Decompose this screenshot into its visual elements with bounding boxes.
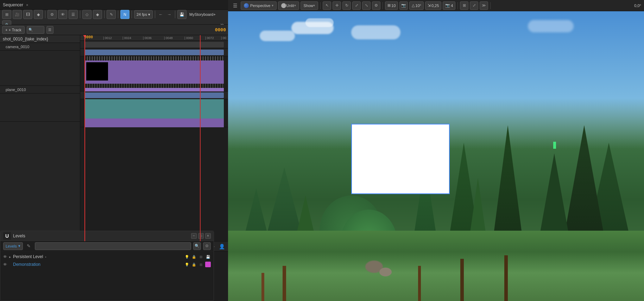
cloud-3: [260, 31, 295, 41]
vp-maximize-btn[interactable]: ⤡: [362, 1, 371, 10]
cloud-2: [305, 18, 334, 27]
vp-snap-angle-btn[interactable]: △ 10°: [409, 1, 424, 10]
toolbar-nav-back[interactable]: ←: [157, 10, 164, 19]
level-lock-icon-persistent[interactable]: 🔒: [191, 254, 197, 260]
rock-2: [379, 268, 392, 276]
vp-cursor-btn[interactable]: ↖: [323, 1, 331, 10]
levels-maximize-btn[interactable]: □: [198, 233, 204, 239]
level-light-icon-persistent[interactable]: 💡: [184, 254, 190, 260]
toolbar-sep2: [80, 11, 80, 18]
trunk-1: [261, 273, 264, 301]
vp-layout-btn[interactable]: ⊞: [460, 1, 468, 10]
plane-teal-block[interactable]: [84, 99, 224, 119]
show-arrow: ▾: [313, 4, 315, 7]
viewport-canvas[interactable]: [228, 11, 644, 301]
trunk-center-2: [460, 259, 464, 301]
viewport-menu-btn[interactable]: ☰: [231, 1, 239, 10]
vp-grid-size-btn[interactable]: ⊞ 10: [385, 1, 398, 10]
camera-filmstrip-area[interactable]: [80, 56, 228, 91]
shot-bar[interactable]: [84, 42, 224, 47]
toolbar-grid-btn[interactable]: ⊞: [2, 10, 11, 19]
level-light-icon-demonstration[interactable]: 💡: [184, 262, 190, 267]
add-track-button[interactable]: + + Track: [2, 26, 25, 34]
trunk-2: [283, 266, 286, 301]
level-eye-icon-demonstration[interactable]: 👁: [3, 262, 7, 267]
vp-camera-icon-btn[interactable]: 📷: [399, 1, 408, 10]
perspective-btn[interactable]: Perspective ▾: [241, 1, 277, 10]
vp-right-section: 0,0°: [634, 4, 641, 8]
playhead-top: [83, 35, 87, 38]
lighting-arrow: ▾: [294, 4, 296, 7]
toolbar-sep1: [45, 11, 45, 18]
level-arrow-persistent: ▸: [9, 255, 11, 259]
track-filter-btn[interactable]: ☰: [46, 26, 53, 34]
vp-expand-btn[interactable]: ⤢: [470, 1, 478, 10]
level-item-persistent[interactable]: 👁 ▸ Persistent Level • 💡 🔒 ⊞ 💾: [0, 253, 214, 261]
levels-search-btn[interactable]: 🔍: [193, 242, 201, 250]
level-actions-persistent: 💡 🔒 ⊞ 💾: [184, 254, 211, 260]
scale-icon: ⇲: [428, 3, 431, 8]
plane-teal-area[interactable]: [80, 99, 228, 127]
levels-toolbar: Levels ▾ ✎ 🔍 ⚙: [0, 241, 214, 251]
toolbar-sep4: [118, 11, 118, 18]
sequencer-toolbar: ⊞ 🎥 🎞 ◆ ⚙ 👁 ☰ ◇ ◆ ✎ N 24 fps ▾ ← → 💾 MyS…: [0, 10, 228, 25]
toolbar-visibility2-btn[interactable]: ☰: [69, 10, 78, 19]
level-lock-icon-demonstration[interactable]: 🔒: [191, 262, 197, 267]
boards-person-btn[interactable]: 👤: [218, 243, 225, 250]
level-save-icon-persistent[interactable]: 💾: [205, 254, 211, 260]
toolbar-transform-btn[interactable]: ◆: [93, 10, 102, 19]
level-eye-icon-persistent[interactable]: 👁: [3, 255, 7, 259]
toolbar-film-btn[interactable]: 🎞: [23, 10, 32, 19]
toolbar-paint-btn[interactable]: ✎: [107, 10, 116, 19]
levels-dropdown[interactable]: Levels ▾: [3, 242, 23, 250]
vp-rotate-btn[interactable]: ↻: [342, 1, 351, 10]
white-rect-plane: [351, 124, 450, 194]
levels-close-btn[interactable]: ×: [205, 233, 211, 239]
levels-search-input[interactable]: [35, 242, 191, 250]
search-icon: 🔍: [29, 28, 33, 32]
toolbar-keyframe-btn[interactable]: ◆: [34, 10, 43, 19]
toolbar-nav-fwd[interactable]: →: [166, 10, 173, 19]
level-grid-icon-demonstration[interactable]: ⊞: [198, 262, 204, 267]
ruler-tick-0060: | 0060: [184, 36, 193, 40]
toolbar-visibility-btn[interactable]: 👁: [58, 10, 67, 19]
sequencer-tab-close[interactable]: ×: [26, 3, 28, 7]
fps-control[interactable]: 24 fps ▾: [134, 10, 153, 19]
level-actions-demonstration: 💡 🔒 ⊞: [184, 262, 211, 267]
plane-track-label-row: plane_0010: [0, 86, 80, 94]
camera-purple-bottom: [84, 88, 224, 91]
vp-sep3: [457, 2, 458, 9]
vp-more-btn[interactable]: ≫: [480, 1, 488, 10]
vp-scale-value-btn[interactable]: ⇲ 0,25: [425, 1, 441, 10]
track-search-container: 🔍: [27, 26, 44, 34]
ruler-tick-0072: | 0072: [205, 36, 214, 40]
level-color-box-demonstration[interactable]: [205, 262, 211, 267]
lighting-mode-btn[interactable]: Unlit ▾: [278, 1, 299, 10]
plane-header-bar[interactable]: [84, 92, 224, 98]
camera-header-timeline: [80, 49, 228, 56]
level-grid-icon-persistent[interactable]: ⊞: [198, 254, 204, 260]
plane-purple-block: [84, 119, 224, 127]
show-btn[interactable]: Show ▾: [301, 1, 318, 10]
toolbar-settings-btn[interactable]: ⚙: [48, 10, 57, 19]
toolbar-snapping-btn[interactable]: ◇: [82, 10, 91, 19]
toolbar-camera-btn[interactable]: 🎥: [13, 10, 22, 19]
vp-settings-btn[interactable]: ⚙: [372, 1, 380, 10]
vp-move-btn[interactable]: ✛: [333, 1, 341, 10]
timeline-column: 0000 | 0012 | 0024 | 0036 | 0048 | 0060 …: [80, 35, 228, 241]
vp-scale-btn[interactable]: ⤢: [352, 1, 361, 10]
level-item-demonstration[interactable]: 👁 ▸ Demonstration 💡 🔒 ⊞: [0, 261, 214, 268]
levels-edit-btn[interactable]: ✎: [25, 242, 33, 250]
camera-purple-main[interactable]: [84, 60, 224, 84]
toolbar-active-btn[interactable]: N: [120, 10, 130, 19]
playhead[interactable]: [84, 35, 85, 241]
cloud-5: [528, 20, 574, 32]
shot-timeline-row[interactable]: [80, 41, 228, 49]
vp-camera-num-btn[interactable]: 📷 4: [443, 1, 455, 10]
timecode-display: 0000: [215, 27, 226, 32]
levels-minimize-btn[interactable]: −: [191, 233, 197, 239]
camera-bar[interactable]: [84, 50, 224, 55]
storyboard-label: MyStoryboard+: [188, 12, 217, 17]
toolbar-save-btn[interactable]: 💾: [177, 10, 187, 19]
levels-settings-btn[interactable]: ⚙: [203, 242, 211, 250]
